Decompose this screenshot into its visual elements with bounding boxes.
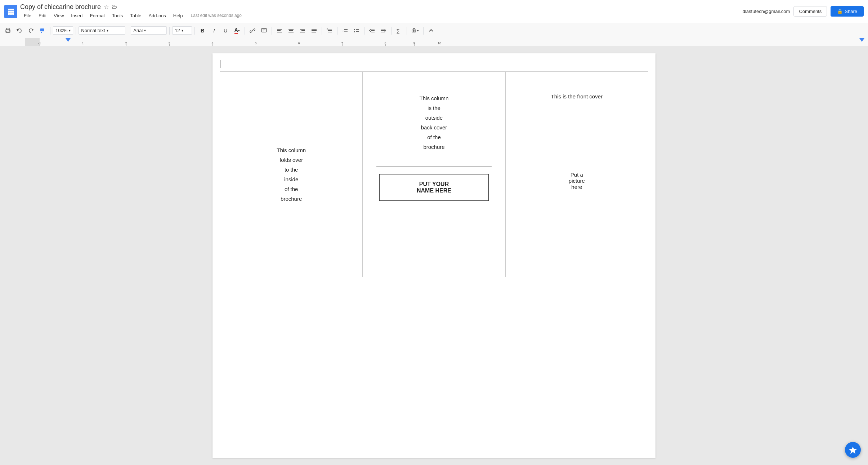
font-select[interactable]: Arial ▾ xyxy=(131,26,167,35)
menu-addons[interactable]: Add-ons xyxy=(145,12,169,20)
formula-button[interactable]: ∑ xyxy=(394,26,404,35)
line-spacing-button[interactable] xyxy=(325,26,335,35)
brochure-col3[interactable]: This is the front cover Put apicturehere xyxy=(505,72,648,277)
svg-text:∑: ∑ xyxy=(396,28,399,34)
svg-rect-15 xyxy=(40,28,44,31)
brochure-table: This columnfolds overto theinsideof theb… xyxy=(220,71,648,277)
svg-rect-5 xyxy=(12,11,14,13)
italic-button[interactable]: I xyxy=(209,26,219,35)
svg-rect-22 xyxy=(277,30,281,31)
user-email[interactable]: dlastutech@gmail.com xyxy=(743,9,790,14)
menu-insert[interactable]: Insert xyxy=(67,12,86,20)
brochure-col1[interactable]: This columnfolds overto theinsideof theb… xyxy=(220,72,363,277)
svg-point-12 xyxy=(9,30,10,31)
col3-picture-text: Put apicturehere xyxy=(569,172,585,190)
underline-button[interactable]: U xyxy=(220,26,231,35)
zoom-select[interactable]: 100% ▾ xyxy=(53,26,73,35)
svg-rect-49 xyxy=(381,32,385,32)
toolbar-separator-2 xyxy=(76,27,76,35)
bold-button[interactable]: B xyxy=(197,26,207,35)
document-page: This columnfolds overto theinsideof theb… xyxy=(212,53,656,458)
doc-title-area: Copy of chiccarine brochure ☆ 🗁 File Edi… xyxy=(20,3,740,20)
toolbar: 100% ▾ Normal text ▾ Arial ▾ 12 ▾ B I U … xyxy=(0,23,868,38)
comment-button[interactable] xyxy=(259,26,269,35)
menu-file[interactable]: File xyxy=(20,12,35,20)
svg-rect-42 xyxy=(356,29,359,30)
doc-folder-icon[interactable]: 🗁 xyxy=(112,4,117,10)
top-right-actions: dlastutech@gmail.com Comments 🔒 Share xyxy=(743,6,864,17)
google-apps-icon[interactable] xyxy=(4,5,17,18)
doc-title[interactable]: Copy of chiccarine brochure xyxy=(20,3,101,11)
toolbar-collapse-button[interactable] xyxy=(426,27,436,35)
svg-rect-48 xyxy=(381,30,385,31)
indent-less-button[interactable] xyxy=(367,26,377,35)
redo-button[interactable] xyxy=(26,26,36,35)
svg-rect-43 xyxy=(356,31,359,32)
svg-point-41 xyxy=(354,31,355,32)
svg-rect-34 xyxy=(328,30,332,31)
top-bar: Copy of chiccarine brochure ☆ 🗁 File Edi… xyxy=(0,0,868,23)
name-box-line2: NAME HERE xyxy=(417,187,451,194)
bullet-list-button[interactable] xyxy=(352,26,362,35)
svg-rect-24 xyxy=(288,29,294,30)
name-box[interactable]: PUT YOUR NAME HERE xyxy=(379,174,489,201)
svg-rect-35 xyxy=(328,32,332,32)
brochure-col2[interactable]: This columnis theoutsideback coverof the… xyxy=(363,72,505,277)
svg-rect-8 xyxy=(12,13,14,15)
svg-rect-0 xyxy=(8,9,10,10)
svg-point-40 xyxy=(354,29,355,30)
menu-help[interactable]: Help xyxy=(170,12,187,20)
menu-tools[interactable]: Tools xyxy=(108,12,126,20)
link-button[interactable] xyxy=(247,26,258,35)
col3-title: This is the front cover xyxy=(551,93,603,99)
menu-table[interactable]: Table xyxy=(126,12,145,20)
menu-edit[interactable]: Edit xyxy=(35,12,50,20)
ruler: L -1 1 2 3 4 5 6 7 8 9 10 xyxy=(0,38,868,46)
pen-button[interactable]: ▾ xyxy=(410,26,421,35)
svg-rect-23 xyxy=(277,32,282,32)
align-left-button[interactable] xyxy=(274,26,285,35)
lock-icon: 🔒 xyxy=(837,9,843,14)
ai-button[interactable] xyxy=(845,442,861,458)
svg-rect-45 xyxy=(371,30,375,31)
paint-format-button[interactable] xyxy=(37,26,48,35)
paragraph-style-select[interactable]: Normal text ▾ xyxy=(79,26,125,35)
svg-rect-46 xyxy=(371,32,375,32)
share-button[interactable]: 🔒 Share xyxy=(831,6,864,17)
align-justify-button[interactable] xyxy=(309,26,319,35)
print-button[interactable] xyxy=(3,26,13,35)
svg-rect-44 xyxy=(371,29,375,30)
svg-rect-25 xyxy=(289,30,293,31)
svg-rect-4 xyxy=(10,11,12,13)
toolbar-separator-6 xyxy=(245,27,245,35)
svg-rect-21 xyxy=(277,29,282,30)
scroll-area[interactable]: This columnfolds overto theinsideof theb… xyxy=(0,46,868,465)
last-edit: Last edit was seconds ago xyxy=(191,13,242,18)
comments-button[interactable]: Comments xyxy=(793,6,827,17)
doc-star-icon[interactable]: ☆ xyxy=(104,4,109,10)
numbered-list-button[interactable]: 1.2. xyxy=(340,26,350,35)
toolbar-separator-4 xyxy=(169,27,170,35)
toolbar-separator-1 xyxy=(50,27,50,35)
text-cursor xyxy=(220,60,220,68)
svg-rect-2 xyxy=(12,9,14,10)
svg-rect-18 xyxy=(261,28,267,32)
toolbar-separator-13 xyxy=(423,27,424,35)
align-right-button[interactable] xyxy=(297,26,308,35)
undo-button[interactable] xyxy=(14,26,24,35)
svg-line-17 xyxy=(252,30,253,31)
svg-marker-53 xyxy=(849,447,857,454)
font-size-select[interactable]: 12 ▾ xyxy=(172,26,192,35)
col3-content: This is the front cover Put apicturehere xyxy=(513,79,641,270)
toolbar-separator-9 xyxy=(337,27,337,35)
svg-rect-26 xyxy=(288,32,294,32)
menu-view[interactable]: View xyxy=(50,12,67,20)
text-color-button[interactable]: A ▾ xyxy=(232,26,242,35)
toolbar-separator-11 xyxy=(391,27,392,35)
align-center-button[interactable] xyxy=(286,26,296,35)
indent-more-button[interactable] xyxy=(379,26,389,35)
svg-rect-29 xyxy=(300,32,305,32)
toolbar-separator-10 xyxy=(364,27,364,35)
svg-rect-33 xyxy=(328,29,332,30)
menu-format[interactable]: Format xyxy=(86,12,108,20)
